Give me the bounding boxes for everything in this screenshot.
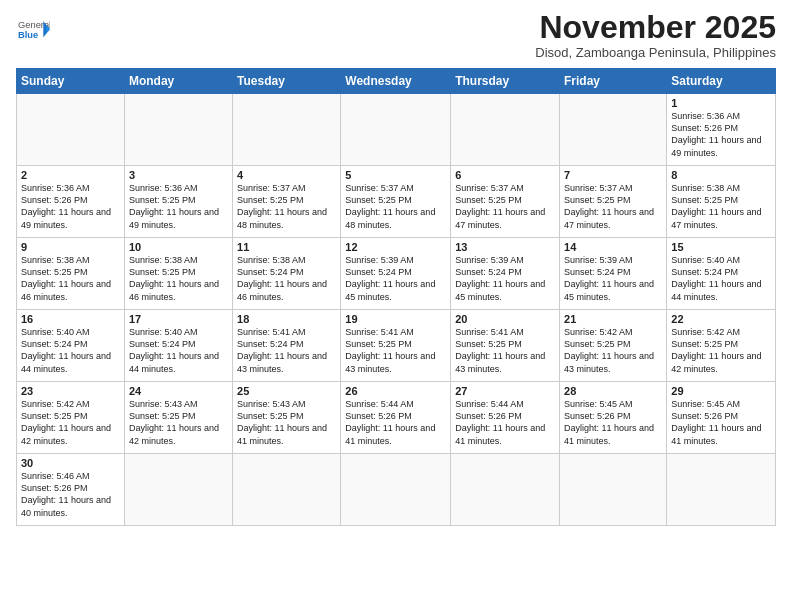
day-number: 27 [455, 385, 555, 397]
calendar-cell [124, 454, 232, 526]
day-number: 15 [671, 241, 771, 253]
calendar-cell [560, 454, 667, 526]
calendar-cell: 17Sunrise: 5:40 AMSunset: 5:24 PMDayligh… [124, 310, 232, 382]
calendar-cell: 28Sunrise: 5:45 AMSunset: 5:26 PMDayligh… [560, 382, 667, 454]
col-sunday: Sunday [17, 69, 125, 94]
day-info: Sunrise: 5:37 AMSunset: 5:25 PMDaylight:… [237, 182, 336, 231]
generalblue-logo-icon: General Blue [18, 16, 50, 44]
day-number: 22 [671, 313, 771, 325]
day-info: Sunrise: 5:42 AMSunset: 5:25 PMDaylight:… [564, 326, 662, 375]
calendar-cell: 6Sunrise: 5:37 AMSunset: 5:25 PMDaylight… [451, 166, 560, 238]
calendar-cell: 19Sunrise: 5:41 AMSunset: 5:25 PMDayligh… [341, 310, 451, 382]
col-saturday: Saturday [667, 69, 776, 94]
calendar-cell: 9Sunrise: 5:38 AMSunset: 5:25 PMDaylight… [17, 238, 125, 310]
day-info: Sunrise: 5:36 AMSunset: 5:26 PMDaylight:… [21, 182, 120, 231]
day-number: 26 [345, 385, 446, 397]
calendar-cell: 23Sunrise: 5:42 AMSunset: 5:25 PMDayligh… [17, 382, 125, 454]
day-number: 25 [237, 385, 336, 397]
calendar-week-row-6: 30Sunrise: 5:46 AMSunset: 5:26 PMDayligh… [17, 454, 776, 526]
title-block: November 2025 Disod, Zamboanga Peninsula… [535, 10, 776, 60]
day-info: Sunrise: 5:40 AMSunset: 5:24 PMDaylight:… [671, 254, 771, 303]
calendar-cell: 16Sunrise: 5:40 AMSunset: 5:24 PMDayligh… [17, 310, 125, 382]
day-info: Sunrise: 5:42 AMSunset: 5:25 PMDaylight:… [21, 398, 120, 447]
day-info: Sunrise: 5:40 AMSunset: 5:24 PMDaylight:… [21, 326, 120, 375]
calendar-table: Sunday Monday Tuesday Wednesday Thursday… [16, 68, 776, 526]
day-info: Sunrise: 5:36 AMSunset: 5:25 PMDaylight:… [129, 182, 228, 231]
day-number: 21 [564, 313, 662, 325]
col-monday: Monday [124, 69, 232, 94]
calendar-cell: 20Sunrise: 5:41 AMSunset: 5:25 PMDayligh… [451, 310, 560, 382]
day-info: Sunrise: 5:45 AMSunset: 5:26 PMDaylight:… [564, 398, 662, 447]
header: General Blue November 2025 Disod, Zamboa… [16, 10, 776, 60]
calendar-cell: 15Sunrise: 5:40 AMSunset: 5:24 PMDayligh… [667, 238, 776, 310]
day-number: 2 [21, 169, 120, 181]
day-number: 30 [21, 457, 120, 469]
day-number: 5 [345, 169, 446, 181]
calendar-cell [233, 454, 341, 526]
calendar-week-row-3: 9Sunrise: 5:38 AMSunset: 5:25 PMDaylight… [17, 238, 776, 310]
day-number: 19 [345, 313, 446, 325]
day-info: Sunrise: 5:37 AMSunset: 5:25 PMDaylight:… [455, 182, 555, 231]
day-info: Sunrise: 5:44 AMSunset: 5:26 PMDaylight:… [345, 398, 446, 447]
calendar-cell: 21Sunrise: 5:42 AMSunset: 5:25 PMDayligh… [560, 310, 667, 382]
calendar-cell: 2Sunrise: 5:36 AMSunset: 5:26 PMDaylight… [17, 166, 125, 238]
day-info: Sunrise: 5:41 AMSunset: 5:24 PMDaylight:… [237, 326, 336, 375]
day-info: Sunrise: 5:38 AMSunset: 5:25 PMDaylight:… [129, 254, 228, 303]
day-info: Sunrise: 5:39 AMSunset: 5:24 PMDaylight:… [455, 254, 555, 303]
calendar-week-row-4: 16Sunrise: 5:40 AMSunset: 5:24 PMDayligh… [17, 310, 776, 382]
day-info: Sunrise: 5:46 AMSunset: 5:26 PMDaylight:… [21, 470, 120, 519]
day-info: Sunrise: 5:38 AMSunset: 5:25 PMDaylight:… [671, 182, 771, 231]
logo: General Blue [16, 16, 50, 48]
day-info: Sunrise: 5:43 AMSunset: 5:25 PMDaylight:… [237, 398, 336, 447]
day-number: 8 [671, 169, 771, 181]
calendar-cell [124, 94, 232, 166]
day-number: 23 [21, 385, 120, 397]
calendar-cell: 22Sunrise: 5:42 AMSunset: 5:25 PMDayligh… [667, 310, 776, 382]
calendar-cell: 27Sunrise: 5:44 AMSunset: 5:26 PMDayligh… [451, 382, 560, 454]
calendar-cell [560, 94, 667, 166]
calendar-cell: 7Sunrise: 5:37 AMSunset: 5:25 PMDaylight… [560, 166, 667, 238]
day-info: Sunrise: 5:38 AMSunset: 5:25 PMDaylight:… [21, 254, 120, 303]
day-info: Sunrise: 5:36 AMSunset: 5:26 PMDaylight:… [671, 110, 771, 159]
day-info: Sunrise: 5:39 AMSunset: 5:24 PMDaylight:… [345, 254, 446, 303]
day-number: 9 [21, 241, 120, 253]
calendar-week-row-2: 2Sunrise: 5:36 AMSunset: 5:26 PMDaylight… [17, 166, 776, 238]
day-info: Sunrise: 5:44 AMSunset: 5:26 PMDaylight:… [455, 398, 555, 447]
col-thursday: Thursday [451, 69, 560, 94]
day-info: Sunrise: 5:37 AMSunset: 5:25 PMDaylight:… [564, 182, 662, 231]
day-info: Sunrise: 5:43 AMSunset: 5:25 PMDaylight:… [129, 398, 228, 447]
col-wednesday: Wednesday [341, 69, 451, 94]
day-info: Sunrise: 5:39 AMSunset: 5:24 PMDaylight:… [564, 254, 662, 303]
calendar-cell: 10Sunrise: 5:38 AMSunset: 5:25 PMDayligh… [124, 238, 232, 310]
day-number: 12 [345, 241, 446, 253]
calendar-cell: 25Sunrise: 5:43 AMSunset: 5:25 PMDayligh… [233, 382, 341, 454]
calendar-cell: 3Sunrise: 5:36 AMSunset: 5:25 PMDaylight… [124, 166, 232, 238]
calendar-cell: 30Sunrise: 5:46 AMSunset: 5:26 PMDayligh… [17, 454, 125, 526]
day-info: Sunrise: 5:41 AMSunset: 5:25 PMDaylight:… [455, 326, 555, 375]
calendar-cell: 14Sunrise: 5:39 AMSunset: 5:24 PMDayligh… [560, 238, 667, 310]
day-number: 14 [564, 241, 662, 253]
day-number: 3 [129, 169, 228, 181]
day-number: 29 [671, 385, 771, 397]
day-number: 11 [237, 241, 336, 253]
calendar-cell [451, 454, 560, 526]
day-number: 17 [129, 313, 228, 325]
day-number: 24 [129, 385, 228, 397]
col-friday: Friday [560, 69, 667, 94]
calendar-cell: 12Sunrise: 5:39 AMSunset: 5:24 PMDayligh… [341, 238, 451, 310]
day-number: 10 [129, 241, 228, 253]
calendar-cell: 5Sunrise: 5:37 AMSunset: 5:25 PMDaylight… [341, 166, 451, 238]
calendar-cell [233, 94, 341, 166]
day-number: 13 [455, 241, 555, 253]
calendar-cell [667, 454, 776, 526]
calendar-cell: 11Sunrise: 5:38 AMSunset: 5:24 PMDayligh… [233, 238, 341, 310]
calendar-cell [451, 94, 560, 166]
calendar-cell: 18Sunrise: 5:41 AMSunset: 5:24 PMDayligh… [233, 310, 341, 382]
day-number: 1 [671, 97, 771, 109]
calendar-week-row-1: 1Sunrise: 5:36 AMSunset: 5:26 PMDaylight… [17, 94, 776, 166]
day-info: Sunrise: 5:40 AMSunset: 5:24 PMDaylight:… [129, 326, 228, 375]
svg-text:Blue: Blue [18, 30, 38, 40]
calendar-cell: 8Sunrise: 5:38 AMSunset: 5:25 PMDaylight… [667, 166, 776, 238]
page: General Blue November 2025 Disod, Zamboa… [0, 0, 792, 612]
day-info: Sunrise: 5:37 AMSunset: 5:25 PMDaylight:… [345, 182, 446, 231]
